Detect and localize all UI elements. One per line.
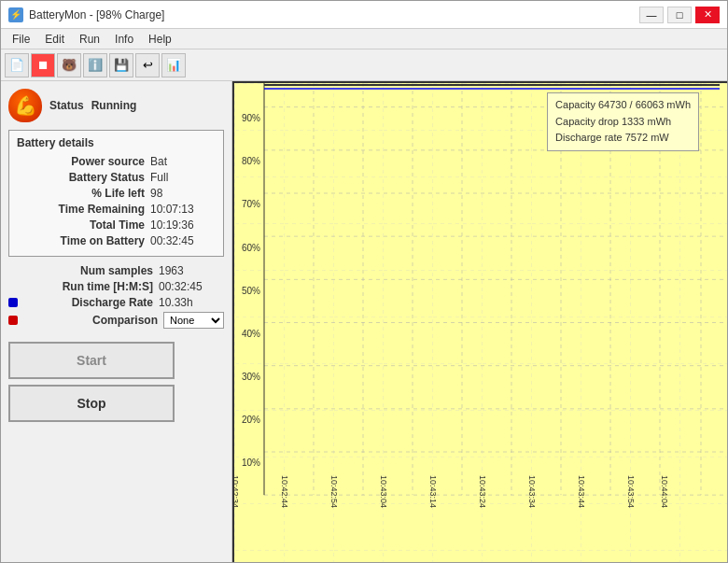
time-on-battery-label: Time on Battery bbox=[17, 234, 145, 247]
menu-bar: File Edit Run Info Help bbox=[1, 29, 727, 49]
battery-status-row: Battery Status Full bbox=[17, 171, 216, 184]
main-area: 💪 Status Running Battery details Power s… bbox=[1, 81, 727, 562]
discharge-rate-label: Discharge Rate bbox=[23, 296, 153, 309]
power-source-label: Power source bbox=[17, 155, 145, 168]
power-source-value: Bat bbox=[150, 155, 216, 168]
tb-bear-button[interactable]: 🐻 bbox=[57, 53, 81, 77]
menu-edit[interactable]: Edit bbox=[37, 31, 72, 48]
time-remaining-label: Time Remaining bbox=[17, 203, 145, 216]
svg-text:10%: 10% bbox=[242, 457, 260, 468]
total-time-row: Total Time 10:19:36 bbox=[17, 218, 216, 232]
run-time-label: Run time [H:M:S] bbox=[8, 280, 153, 293]
num-samples-label: Num samples bbox=[8, 264, 153, 277]
run-time-value: 00:32:45 bbox=[159, 280, 224, 293]
tb-stop-button[interactable]: ⏹ bbox=[31, 53, 55, 77]
svg-text:10:43:54: 10:43:54 bbox=[626, 475, 636, 508]
svg-text:10:43:04: 10:43:04 bbox=[379, 475, 388, 508]
app-icon: ⚡ bbox=[8, 7, 23, 22]
svg-text:10:42:34: 10:42:34 bbox=[234, 475, 240, 508]
status-value: Running bbox=[91, 99, 137, 112]
svg-text:60%: 60% bbox=[242, 243, 260, 253]
total-time-value: 10:19:36 bbox=[150, 218, 216, 232]
tb-chart-button[interactable]: 📊 bbox=[161, 53, 186, 77]
battery-icon: 💪 bbox=[8, 89, 42, 122]
svg-text:10:43:14: 10:43:14 bbox=[428, 475, 438, 508]
minimize-button[interactable]: — bbox=[639, 7, 664, 23]
tooltip-line1: Capacity 64730 / 66063 mWh bbox=[555, 97, 691, 114]
tb-new-button[interactable]: 📄 bbox=[5, 53, 29, 77]
comparison-row: Comparison None File 1 File 2 bbox=[8, 312, 224, 329]
tb-save-button[interactable]: 💾 bbox=[109, 53, 133, 77]
power-source-row: Power source Bat bbox=[17, 155, 216, 168]
status-row: 💪 Status Running bbox=[8, 89, 224, 122]
chart-tooltip: Capacity 64730 / 66063 mWh Capacity drop… bbox=[547, 92, 699, 151]
comparison-dot bbox=[8, 316, 18, 325]
svg-text:40%: 40% bbox=[242, 329, 260, 339]
menu-run[interactable]: Run bbox=[72, 31, 107, 48]
life-left-row: % Life left 98 bbox=[17, 187, 216, 200]
start-button[interactable]: Start bbox=[8, 342, 175, 379]
chart-area: 90% 80% 70% 60% 50% 40% 30% 20% 10% 10:4… bbox=[232, 81, 727, 562]
main-window: ⚡ BatteryMon - [98% Charge] — □ ✕ File E… bbox=[0, 0, 728, 563]
menu-info[interactable]: Info bbox=[107, 31, 141, 48]
chart-svg: 90% 80% 70% 60% 50% 40% 30% 20% 10% 10:4… bbox=[234, 83, 727, 562]
life-left-label: % Life left bbox=[17, 187, 145, 200]
svg-text:10:43:34: 10:43:34 bbox=[527, 475, 537, 508]
time-on-battery-row: Time on Battery 00:32:45 bbox=[17, 234, 216, 247]
battery-icon-img: 💪 bbox=[8, 89, 42, 122]
tb-info-button[interactable]: ℹ️ bbox=[83, 53, 107, 77]
svg-text:20%: 20% bbox=[242, 415, 260, 425]
status-label: Status bbox=[49, 99, 84, 112]
battery-details-title: Battery details bbox=[17, 136, 216, 149]
maximize-button[interactable]: □ bbox=[667, 7, 692, 23]
battery-details-group: Battery details Power source Bat Battery… bbox=[8, 130, 224, 257]
left-panel: 💪 Status Running Battery details Power s… bbox=[1, 81, 232, 562]
menu-help[interactable]: Help bbox=[141, 31, 179, 48]
life-left-value: 98 bbox=[150, 187, 216, 200]
extra-details: Num samples 1963 Run time [H:M:S] 00:32:… bbox=[8, 264, 224, 334]
time-remaining-value: 10:07:13 bbox=[150, 203, 216, 216]
comparison-label: Comparison bbox=[23, 314, 158, 327]
menu-file[interactable]: File bbox=[5, 31, 37, 48]
discharge-dot bbox=[8, 298, 18, 307]
window-controls: — □ ✕ bbox=[639, 7, 720, 23]
svg-text:10:42:44: 10:42:44 bbox=[280, 475, 289, 508]
time-on-battery-value: 00:32:45 bbox=[150, 234, 216, 247]
total-time-label: Total Time bbox=[17, 218, 145, 232]
stop-button[interactable]: Stop bbox=[8, 385, 175, 422]
title-bar-left: ⚡ BatteryMon - [98% Charge] bbox=[8, 7, 164, 22]
num-samples-row: Num samples 1963 bbox=[8, 264, 224, 277]
toolbar: 📄 ⏹ 🐻 ℹ️ 💾 ↩ 📊 bbox=[1, 49, 727, 81]
svg-text:70%: 70% bbox=[242, 199, 260, 209]
svg-text:50%: 50% bbox=[242, 286, 260, 296]
num-samples-value: 1963 bbox=[159, 264, 224, 277]
svg-text:30%: 30% bbox=[242, 372, 260, 382]
svg-text:10:44:04: 10:44:04 bbox=[660, 475, 669, 508]
svg-text:90%: 90% bbox=[242, 113, 260, 123]
battery-status-label: Battery Status bbox=[17, 171, 145, 184]
run-time-row: Run time [H:M:S] 00:32:45 bbox=[8, 280, 224, 293]
svg-text:10:43:44: 10:43:44 bbox=[577, 475, 586, 508]
tb-back-button[interactable]: ↩ bbox=[135, 53, 160, 77]
title-bar: ⚡ BatteryMon - [98% Charge] — □ ✕ bbox=[1, 1, 727, 29]
window-title: BatteryMon - [98% Charge] bbox=[29, 8, 164, 21]
tooltip-line2: Capacity drop 1333 mWh bbox=[555, 114, 691, 131]
close-button[interactable]: ✕ bbox=[695, 7, 720, 23]
svg-text:10:42:54: 10:42:54 bbox=[329, 475, 339, 508]
time-remaining-row: Time Remaining 10:07:13 bbox=[17, 203, 216, 216]
discharge-rate-value: 10.33h bbox=[159, 296, 224, 309]
status-label-group: Status Running bbox=[49, 99, 136, 112]
comparison-select[interactable]: None File 1 File 2 bbox=[163, 312, 224, 329]
battery-status-value: Full bbox=[150, 171, 216, 184]
tooltip-line3: Discharge rate 7572 mW bbox=[555, 130, 691, 147]
svg-text:80%: 80% bbox=[242, 156, 260, 166]
svg-text:10:43:24: 10:43:24 bbox=[478, 475, 487, 508]
discharge-rate-row: Discharge Rate 10.33h bbox=[8, 296, 224, 309]
